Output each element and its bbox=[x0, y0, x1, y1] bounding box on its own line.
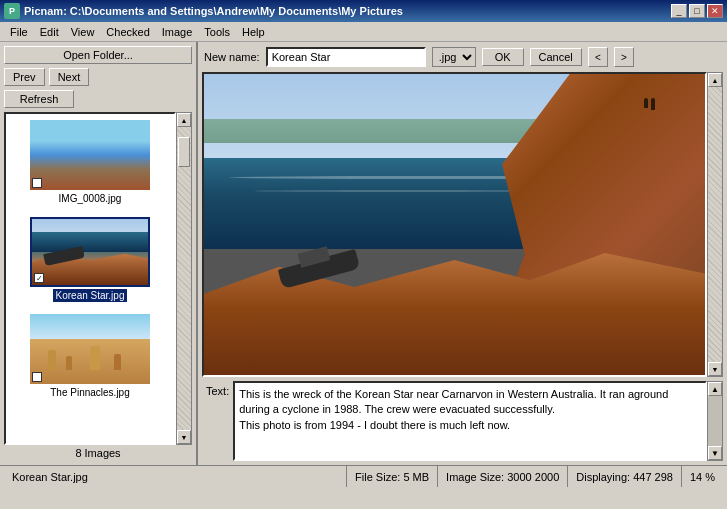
list-item[interactable]: IMG_0008.jpg bbox=[10, 118, 170, 207]
main-container: Open Folder... Prev Next Refresh IMG_000… bbox=[0, 42, 727, 487]
scroll-up-button[interactable]: ▲ bbox=[177, 113, 191, 127]
scroll-track[interactable] bbox=[177, 127, 191, 430]
list-item[interactable]: ✓ Korean Star.jpg bbox=[10, 215, 170, 304]
app-icon: P bbox=[4, 3, 20, 19]
image-scroll-track[interactable] bbox=[708, 87, 722, 362]
status-displaying: Displaying: 447 298 bbox=[568, 466, 682, 487]
ok-button[interactable]: OK bbox=[482, 48, 524, 66]
minimize-button[interactable]: _ bbox=[671, 4, 687, 18]
image-scroll-down[interactable]: ▼ bbox=[708, 362, 722, 376]
prev-button[interactable]: Prev bbox=[4, 68, 45, 86]
list-item[interactable]: The Pinnacles.jpg bbox=[10, 312, 170, 401]
cancel-button[interactable]: Cancel bbox=[530, 48, 582, 66]
status-displaying-label: Displaying: bbox=[576, 471, 630, 483]
figure-2 bbox=[651, 98, 655, 110]
thumb-checkbox[interactable] bbox=[32, 372, 42, 382]
next-button[interactable]: Next bbox=[49, 68, 90, 86]
image-display bbox=[202, 72, 707, 377]
text-scroll-track[interactable] bbox=[708, 396, 722, 446]
thumbnail-list[interactable]: IMG_0008.jpg ✓ bbox=[4, 112, 176, 445]
thumbnail-list-wrapper: IMG_0008.jpg ✓ bbox=[4, 112, 192, 445]
name-bar: New name: .jpg OK Cancel < > bbox=[198, 42, 727, 72]
next-image-button[interactable]: > bbox=[614, 47, 634, 67]
title-bar: P Picnam: C:\Documents and Settings\Andr… bbox=[0, 0, 727, 22]
main-image bbox=[204, 74, 705, 375]
nav-buttons: Prev Next bbox=[4, 68, 192, 86]
new-name-label: New name: bbox=[204, 51, 260, 63]
status-filesize-value: 5 MB bbox=[403, 471, 429, 483]
thumbnail-label: The Pinnacles.jpg bbox=[47, 386, 133, 399]
text-section: Text: This is the wreck of the Korean St… bbox=[202, 381, 723, 461]
toolbar-area: Open Folder... Prev Next Refresh IMG_000… bbox=[0, 42, 727, 465]
left-panel: Open Folder... Prev Next Refresh IMG_000… bbox=[0, 42, 198, 465]
text-label: Text: bbox=[202, 381, 233, 461]
text-scroll-up[interactable]: ▲ bbox=[708, 382, 722, 396]
thumb-checkbox[interactable]: ✓ bbox=[34, 273, 44, 283]
new-name-input[interactable] bbox=[266, 47, 426, 67]
thumbnail-image: ✓ bbox=[30, 217, 150, 287]
title-bar-buttons: _ □ ✕ bbox=[671, 4, 723, 18]
scroll-down-button[interactable]: ▼ bbox=[177, 430, 191, 444]
thumbnail-scrollbar[interactable]: ▲ ▼ bbox=[176, 112, 192, 445]
thumbnail-image bbox=[30, 314, 150, 384]
thumbnail-label: IMG_0008.jpg bbox=[56, 192, 125, 205]
image-area: ▲ ▼ bbox=[202, 72, 723, 377]
status-zoom-value: 14 % bbox=[690, 471, 715, 483]
status-display-width: 447 bbox=[633, 471, 651, 483]
scroll-thumb[interactable] bbox=[178, 137, 190, 167]
status-imagesize: Image Size: 3000 2000 bbox=[438, 466, 568, 487]
menu-file[interactable]: File bbox=[4, 24, 34, 40]
status-height: 2000 bbox=[535, 471, 559, 483]
ship bbox=[279, 249, 359, 279]
extension-dropdown[interactable]: .jpg bbox=[432, 47, 476, 67]
figures bbox=[644, 98, 655, 110]
text-scrollbar[interactable]: ▲ ▼ bbox=[707, 381, 723, 461]
status-display-height: 298 bbox=[655, 471, 673, 483]
menu-edit[interactable]: Edit bbox=[34, 24, 65, 40]
title-bar-left: P Picnam: C:\Documents and Settings\Andr… bbox=[4, 3, 403, 19]
menu-help[interactable]: Help bbox=[236, 24, 271, 40]
open-folder-button[interactable]: Open Folder... bbox=[4, 46, 192, 64]
right-panel: New name: .jpg OK Cancel < > bbox=[198, 42, 727, 465]
text-scroll-down[interactable]: ▼ bbox=[708, 446, 722, 460]
thumbnail-label: Korean Star.jpg bbox=[53, 289, 128, 302]
status-width: 3000 bbox=[507, 471, 531, 483]
text-content[interactable]: This is the wreck of the Korean Star nea… bbox=[233, 381, 707, 461]
menu-bar: File Edit View Checked Image Tools Help bbox=[0, 22, 727, 42]
menu-image[interactable]: Image bbox=[156, 24, 199, 40]
image-vscrollbar[interactable]: ▲ ▼ bbox=[707, 72, 723, 377]
status-zoom: 14 % bbox=[682, 466, 723, 487]
images-count: 8 Images bbox=[4, 445, 192, 461]
menu-view[interactable]: View bbox=[65, 24, 101, 40]
prev-image-button[interactable]: < bbox=[588, 47, 608, 67]
thumbnail-image bbox=[30, 120, 150, 190]
thumb-checkbox[interactable] bbox=[32, 178, 42, 188]
window-title: Picnam: C:\Documents and Settings\Andrew… bbox=[24, 5, 403, 17]
maximize-button[interactable]: □ bbox=[689, 4, 705, 18]
status-imagesize-label: Image Size: bbox=[446, 471, 504, 483]
menu-checked[interactable]: Checked bbox=[100, 24, 155, 40]
status-bar: Korean Star.jpg File Size: 5 MB Image Si… bbox=[0, 465, 727, 487]
status-filesize: File Size: 5 MB bbox=[347, 466, 438, 487]
menu-tools[interactable]: Tools bbox=[198, 24, 236, 40]
status-filesize-label: File Size: bbox=[355, 471, 400, 483]
refresh-button[interactable]: Refresh bbox=[4, 90, 74, 108]
image-scroll-up[interactable]: ▲ bbox=[708, 73, 722, 87]
status-filename-text: Korean Star.jpg bbox=[12, 471, 88, 483]
status-filename: Korean Star.jpg bbox=[4, 466, 347, 487]
close-button[interactable]: ✕ bbox=[707, 4, 723, 18]
figure-1 bbox=[644, 98, 648, 108]
text-value: This is the wreck of the Korean Star nea… bbox=[239, 388, 668, 431]
